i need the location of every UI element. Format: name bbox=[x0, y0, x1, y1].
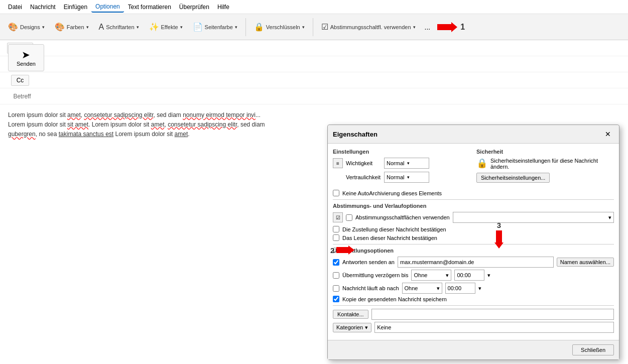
abstimmung-chevron: ▾ bbox=[413, 25, 416, 30]
menu-datei[interactable]: Datei bbox=[4, 2, 26, 12]
kopie-checkbox[interactable] bbox=[333, 296, 339, 302]
verzoegern-select[interactable]: Ohne ▾ bbox=[411, 270, 451, 281]
sep-3 bbox=[333, 305, 614, 306]
schaltflachen-chevron: ▾ bbox=[608, 214, 611, 221]
zustellung-label: Die Zustellung dieser Nachricht bestätig… bbox=[342, 226, 446, 232]
annotation-1: 1 bbox=[460, 23, 465, 32]
send-icon: ➤ bbox=[22, 49, 30, 61]
menu-text-formatieren[interactable]: Text formatieren bbox=[124, 2, 175, 12]
designs-icon: 🎨 bbox=[8, 22, 18, 32]
verzoegern-checkbox[interactable] bbox=[333, 272, 339, 279]
kopie-label: Kopie der gesendeten Nachricht speichern bbox=[342, 296, 447, 302]
sep-1 bbox=[333, 199, 614, 200]
vertraulichkeit-select[interactable]: Normal ▾ bbox=[384, 172, 429, 183]
verschlusseln-button[interactable]: 🔒 Verschlüsseln ▾ bbox=[250, 20, 309, 34]
svg-marker-0 bbox=[437, 22, 457, 32]
dialog-close-button[interactable]: ✕ bbox=[602, 128, 614, 140]
kategorien-button[interactable]: Kategorien ▾ bbox=[333, 323, 371, 332]
kopie-row: Kopie der gesendeten Nachricht speichern bbox=[333, 296, 614, 302]
vertraulichkeit-row: Vertraulichkeit Normal ▾ bbox=[333, 172, 470, 183]
kontakte-button[interactable]: Kontakte... bbox=[333, 310, 368, 319]
antworten-input[interactable] bbox=[398, 257, 554, 268]
ablauf-select[interactable]: Ohne ▾ bbox=[402, 283, 442, 294]
lock-icon-security: 🔒 bbox=[476, 158, 487, 169]
arrow-1-icon bbox=[437, 22, 457, 32]
keine-archivierung-row: Keine AutoArchivierung dieses Elements bbox=[333, 190, 614, 196]
abstimmung-header: Abstimmungs- und Verlaufoptionen bbox=[333, 203, 614, 210]
lesen-checkbox[interactable] bbox=[333, 234, 339, 241]
abstimmung-icon: ☑ bbox=[321, 22, 328, 32]
schaltflachen-checkbox[interactable] bbox=[346, 214, 352, 221]
effekte-icon: ✨ bbox=[149, 22, 159, 32]
farben-icon: 🎨 bbox=[55, 22, 65, 32]
menu-uberprufen[interactable]: Überprüfen bbox=[175, 2, 213, 12]
schaltflachen-select[interactable]: ▾ bbox=[453, 212, 614, 223]
keine-archivierung-checkbox[interactable] bbox=[333, 190, 339, 196]
effekte-chevron: ▾ bbox=[180, 25, 183, 30]
wichtigkeit-chevron: ▾ bbox=[407, 161, 410, 166]
menu-hilfe[interactable]: Hilfe bbox=[213, 2, 233, 12]
eigenschaften-dialog: Eigenschaften ✕ Einstellungen ≡ Wichtigk… bbox=[327, 125, 619, 360]
more-dots-icon: ... bbox=[425, 23, 431, 31]
antworten-checkbox[interactable] bbox=[333, 259, 339, 266]
kategorien-row: Kategorien ▾ bbox=[333, 322, 614, 333]
antworten-row: Antworten senden an Namen auswählen... bbox=[333, 257, 614, 268]
cc-row: Cc bbox=[0, 72, 628, 88]
send-button[interactable]: ➤ Senden bbox=[8, 44, 44, 71]
betreff-input[interactable] bbox=[40, 92, 628, 101]
ablauf-checkbox[interactable] bbox=[333, 285, 339, 292]
von-input[interactable] bbox=[40, 44, 628, 53]
send-button-area: ➤ Senden bbox=[4, 40, 48, 75]
menu-nachricht[interactable]: Nachricht bbox=[26, 2, 60, 12]
voting-icon: ☑ bbox=[333, 212, 343, 222]
menu-optionen[interactable]: Optionen bbox=[91, 2, 124, 13]
verzoegern-chevron: ▾ bbox=[446, 272, 449, 279]
dialog-body: Einstellungen ≡ Wichtigkeit Normal ▾ Ver… bbox=[328, 144, 619, 340]
abstimmung-button[interactable]: ☑ Abstimmungsschaltfl. verwenden ▾ bbox=[317, 20, 420, 34]
ribbon-more-button[interactable]: ... bbox=[422, 21, 434, 33]
ablauf-time-input[interactable] bbox=[445, 283, 475, 294]
sicherheit-title: Sicherheit bbox=[476, 149, 614, 155]
antworten-label: Antworten senden an bbox=[342, 259, 395, 265]
designs-button[interactable]: 🎨 Designs ▾ bbox=[4, 20, 49, 34]
farben-chevron: ▾ bbox=[86, 25, 89, 30]
ablauf-time-chevron: ▾ bbox=[478, 285, 481, 292]
vertraulichkeit-chevron: ▾ bbox=[407, 175, 410, 180]
wichtigkeit-icon: ≡ bbox=[333, 158, 343, 168]
verzoegern-label: Übermittlung verzögern bis bbox=[342, 272, 408, 278]
cc-input[interactable] bbox=[40, 76, 628, 85]
effekte-button[interactable]: ✨ Effekte ▾ bbox=[145, 20, 187, 34]
seitenfarbe-chevron: ▾ bbox=[235, 25, 237, 30]
schliessen-button[interactable]: Schließen bbox=[572, 344, 614, 355]
lesen-row: Das Lesen dieser Nachricht bestätigen bbox=[333, 234, 614, 241]
lesen-label: Das Lesen dieser Nachricht bestätigen bbox=[342, 235, 437, 241]
kontakte-input[interactable] bbox=[371, 309, 614, 320]
ablauf-chevron: ▾ bbox=[437, 285, 440, 292]
sicherheitseinstellungen-button[interactable]: Sicherheitseinstellungen... bbox=[476, 173, 550, 183]
schriftarten-button[interactable]: A Schriftarten ▾ bbox=[95, 21, 143, 34]
einstellungen-title: Einstellungen bbox=[333, 149, 470, 155]
betreff-row: Betreff bbox=[0, 88, 628, 104]
verzoegern-time-input[interactable] bbox=[454, 270, 484, 281]
verzoegern-row: Übermittlung verzögern bis Ohne ▾ ▾ bbox=[333, 270, 614, 281]
kontakte-row: Kontakte... bbox=[333, 309, 614, 320]
an-row: An bbox=[0, 56, 628, 72]
seitenfarbe-button[interactable]: 📄 Seitenfarbe ▾ bbox=[189, 20, 241, 34]
lock-icon: 🔒 bbox=[254, 22, 264, 32]
wichtigkeit-select[interactable]: Normal ▾ bbox=[384, 158, 429, 169]
zustellung-row: Die Zustellung dieser Nachricht bestätig… bbox=[333, 226, 614, 232]
ablauf-row: Nachricht läuft ab nach Ohne ▾ ▾ bbox=[333, 283, 614, 294]
cc-label-cell: Cc bbox=[0, 75, 40, 86]
ribbon-sep-1 bbox=[245, 18, 246, 36]
namen-auswahlen-button[interactable]: Namen auswählen... bbox=[557, 258, 614, 267]
an-input[interactable] bbox=[40, 60, 628, 69]
von-row: Von ▾ bbox=[0, 40, 628, 56]
kategorien-input[interactable] bbox=[374, 322, 614, 333]
send-label: Senden bbox=[17, 61, 36, 67]
ribbon-sep-2 bbox=[313, 18, 313, 36]
menu-einfugen[interactable]: Einfügen bbox=[60, 2, 91, 12]
schaltflachen-row: ☑ Abstimmungsschaltflächen verwenden ▾ bbox=[333, 212, 614, 223]
farben-button[interactable]: 🎨 Farben ▾ bbox=[51, 20, 93, 34]
zustellung-checkbox[interactable] bbox=[333, 226, 339, 232]
cc-button[interactable]: Cc bbox=[11, 75, 30, 86]
